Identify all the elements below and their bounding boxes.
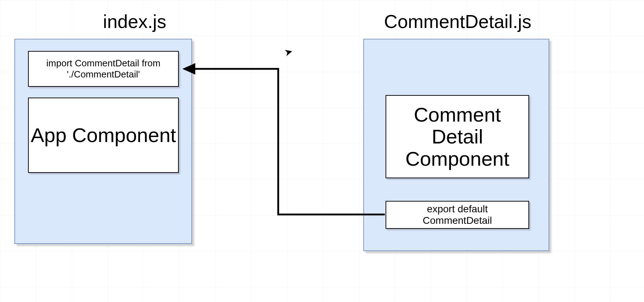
right-file-title: CommentDetail.js [366, 11, 549, 32]
app-component-box: App Component [28, 98, 179, 173]
comment-detail-component-box: Comment Detail Component [386, 95, 529, 178]
cursor-icon: ➤ [283, 45, 294, 59]
left-file-title: index.js [68, 11, 201, 32]
right-file-container: Comment Detail Component export default … [363, 39, 549, 251]
left-file-container: import CommentDetail from './CommentDeta… [14, 39, 192, 244]
export-statement-box: export default CommentDetail [386, 201, 529, 229]
import-statement-box: import CommentDetail from './CommentDeta… [28, 51, 179, 87]
